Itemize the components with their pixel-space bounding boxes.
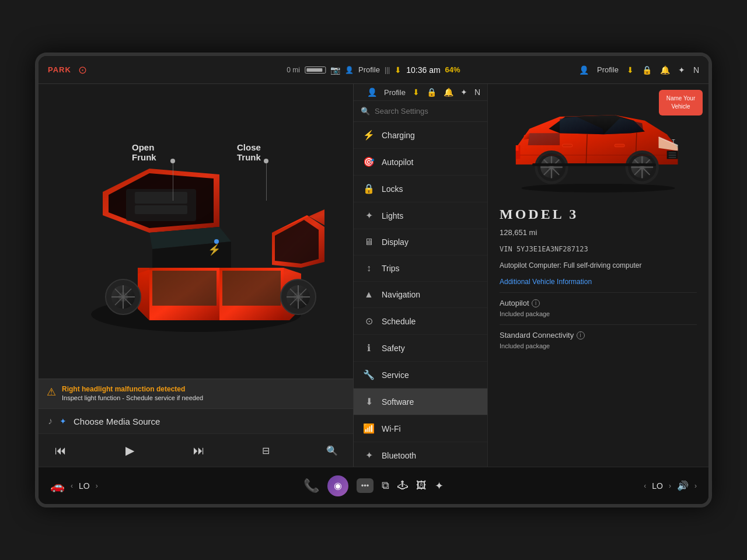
warning-text-container: Right headlight malfunction detected Ins… [62, 385, 203, 403]
game-icon[interactable]: 🕹 [397, 480, 408, 492]
menu-icon-software: ⬇ [363, 396, 375, 407]
media-icon[interactable]: 🖼 [416, 480, 427, 492]
choose-media-label[interactable]: Choose Media Source [74, 416, 344, 426]
time-display: 10:36 am [406, 65, 440, 75]
bell-icon-settings[interactable]: 🔔 [444, 88, 453, 97]
autopilot-label: Autopilot [500, 299, 529, 307]
additional-info-link[interactable]: Additional Vehicle Information [500, 278, 592, 286]
copy-icon[interactable]: ⧉ [382, 480, 389, 492]
menu-item-navigation[interactable]: ▲Navigation [354, 282, 487, 308]
autopilot-package-value: Included package [500, 310, 550, 317]
chevron-right-vol[interactable]: › [694, 482, 697, 490]
status-right: 👤 Profile ⬇ 🔒 🔔 ✦ N [579, 65, 699, 75]
chevron-left-lo[interactable]: ‹ [71, 482, 73, 490]
chevron-left-lo-right[interactable]: ‹ [644, 482, 646, 490]
settings-search-input[interactable] [375, 107, 480, 116]
menu-label-schedule: Schedule [382, 317, 416, 326]
battery-bar [305, 66, 326, 74]
download-icon-right[interactable]: ⬇ [627, 65, 634, 75]
divider-1 [500, 292, 697, 293]
taskbar-left: 🚗 ‹ LO › [50, 479, 303, 493]
lock-icon[interactable]: 🔒 [642, 65, 652, 75]
profile-label-settings[interactable]: Profile [384, 88, 406, 97]
menu-item-lights[interactable]: ✦Lights [354, 202, 487, 229]
volume-icon[interactable]: 🔊 [677, 480, 689, 491]
tire-pressure-icon: ⊙ [78, 64, 87, 76]
menu-item-software[interactable]: ⬇Software [354, 388, 487, 415]
voice-assistant-button[interactable]: ◉ [327, 475, 348, 496]
menu-label-autopilot: Autopilot [382, 158, 413, 167]
apps-button[interactable]: ••• [357, 478, 374, 493]
profile-icon-right[interactable]: 👤 [579, 65, 589, 75]
menu-icon-charging: ⚡ [363, 130, 375, 141]
menu-label-navigation: Navigation [382, 290, 420, 299]
rewind-button[interactable]: ⏮ [48, 440, 74, 461]
menu-icon-service: 🔧 [363, 369, 375, 380]
connectivity-row: Standard Connectivity i Included package [500, 330, 697, 351]
bluetooth-icon-settings[interactable]: ✦ [460, 88, 467, 97]
equalizer-button[interactable]: ⊟ [256, 442, 275, 460]
taskbar: 🚗 ‹ LO › 📞 ◉ ••• ⧉ 🕹 🖼 ✦ ‹ LO › 🔊 › [39, 467, 708, 504]
autopilot-computer-text: Autopilot Computer: Full self-driving co… [500, 261, 641, 270]
menu-item-service[interactable]: 🔧Service [354, 362, 487, 388]
mileage-row: 128,651 mi [500, 227, 697, 237]
menu-item-schedule[interactable]: ⊙Schedule [354, 308, 487, 335]
signal-icon-settings[interactable]: N [474, 88, 480, 97]
warning-detail: Inspect light function - Schedule servic… [62, 393, 203, 403]
menu-item-bluetooth[interactable]: ✦Bluetooth [354, 442, 487, 467]
phone-icon[interactable]: 📞 [303, 478, 319, 494]
signal-bar-icon: ||| [385, 66, 390, 74]
svg-point-20 [521, 184, 675, 192]
fan-icon[interactable]: ✦ [435, 480, 444, 492]
profile-center-label[interactable]: Profile [358, 65, 380, 74]
lock-icon-settings[interactable]: 🔒 [427, 88, 437, 97]
autopilot-info-icon[interactable]: i [532, 299, 540, 307]
menu-label-safety: Safety [382, 344, 405, 353]
skip-button[interactable]: ⏭ [186, 440, 212, 461]
svg-rect-23 [668, 157, 676, 158]
profile-icon-settings[interactable]: 👤 [367, 88, 377, 97]
menu-label-software: Software [382, 397, 414, 407]
frunk-dot [170, 159, 175, 163]
chevron-right-lo-right[interactable]: › [669, 482, 671, 490]
media-search-button[interactable]: 🔍 [320, 442, 344, 460]
cellular-icon[interactable]: N [693, 65, 699, 75]
menu-item-display[interactable]: 🖥Display [354, 229, 487, 256]
play-button[interactable]: ▶ [118, 440, 141, 461]
park-badge: PARK [48, 65, 71, 74]
profile-label-right[interactable]: Profile [597, 65, 619, 74]
menu-icon-bluetooth: ✦ [363, 450, 375, 461]
settings-search-bar[interactable]: 🔍 [354, 101, 487, 122]
connectivity-info-icon[interactable]: i [577, 331, 585, 340]
settings-top-icons: 👤 Profile ⬇ 🔒 🔔 ✦ N [354, 84, 487, 101]
profile-center-icon[interactable]: 👤 [345, 66, 354, 74]
media-bar[interactable]: ♪ ✦ Choose Media Source [39, 408, 353, 433]
download-icon[interactable]: ⬇ [395, 65, 402, 75]
menu-icon-display: 🖥 [363, 237, 375, 247]
main-content: Open Frunk Close Trunk [39, 84, 708, 467]
menu-item-trips[interactable]: ↕Trips [354, 256, 487, 282]
warning-bar: ⚠ Right headlight malfunction detected I… [39, 379, 353, 409]
bluetooth-status-icon[interactable]: ✦ [678, 65, 685, 75]
menu-item-autopilot[interactable]: 🎯Autopilot [354, 149, 487, 176]
update-icon-settings[interactable]: ⬇ [413, 88, 420, 97]
menu-icon-locks: 🔒 [363, 183, 375, 194]
menu-label-locks: Locks [382, 184, 403, 194]
car-home-icon[interactable]: 🚗 [50, 479, 65, 493]
connectivity-value: Included package [500, 342, 550, 349]
mileage-value: 128,651 mi [500, 228, 537, 237]
autopilot-computer-row: Autopilot Computer: Full self-driving co… [500, 260, 697, 270]
menu-item-safety[interactable]: ℹSafety [354, 335, 487, 362]
menu-items-container: ⚡Charging🎯Autopilot🔒Locks✦Lights🖥Display… [354, 122, 487, 467]
menu-item-wi-fi[interactable]: 📶Wi-Fi [354, 415, 487, 442]
menu-item-charging[interactable]: ⚡Charging [354, 122, 487, 149]
bell-icon[interactable]: 🔔 [660, 65, 670, 75]
name-vehicle-button[interactable]: Name YourVehicle [659, 90, 703, 116]
camera-icon[interactable]: 📷 [330, 65, 340, 75]
trunk-dot [264, 159, 268, 163]
additional-info-row[interactable]: Additional Vehicle Information [500, 276, 697, 286]
chevron-right-lo[interactable]: › [96, 482, 98, 490]
odometer-display: 0 mi [287, 66, 300, 74]
vin-row: VIN 5YJ3E1EA3NF287123 [500, 243, 697, 254]
menu-item-locks[interactable]: 🔒Locks [354, 176, 487, 202]
